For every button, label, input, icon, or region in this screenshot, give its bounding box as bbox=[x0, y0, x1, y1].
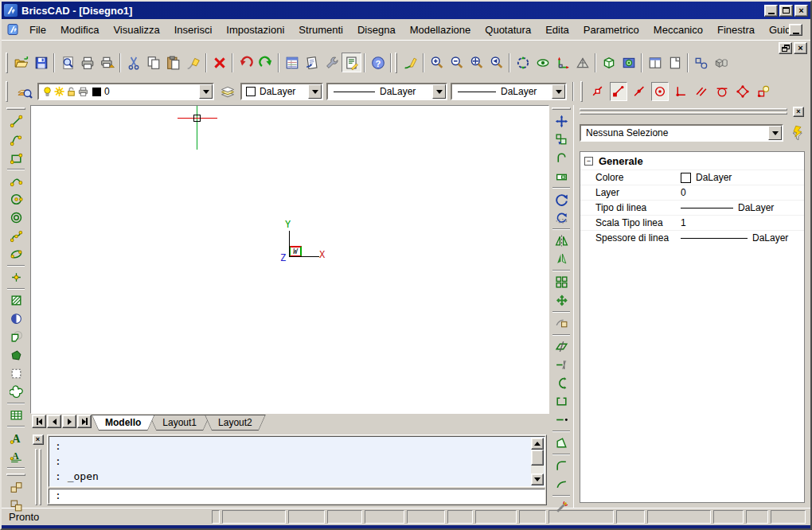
menu-item-modifica[interactable]: Modifica bbox=[53, 21, 106, 38]
snap-endpoint-button[interactable] bbox=[610, 82, 627, 101]
tab-first-button[interactable] bbox=[32, 415, 46, 428]
toolbar-grip[interactable] bbox=[580, 81, 583, 102]
status-panel[interactable] bbox=[365, 510, 404, 524]
table-button[interactable] bbox=[6, 406, 26, 424]
toolbar-grip[interactable] bbox=[395, 53, 397, 73]
titlebar[interactable]: BricsCAD - [Disegno1] × bbox=[2, 2, 810, 19]
copy-entities-button[interactable] bbox=[552, 131, 572, 149]
menu-item-strumenti[interactable]: Strumenti bbox=[291, 21, 350, 38]
scroll-up-button[interactable] bbox=[531, 438, 544, 450]
boundary-button[interactable] bbox=[6, 328, 26, 346]
color-dropdown-button[interactable] bbox=[308, 84, 322, 99]
property-row[interactable]: Colore DaLayer bbox=[580, 170, 804, 185]
lengthen-button[interactable] bbox=[552, 411, 572, 429]
tab-last-button[interactable] bbox=[77, 415, 92, 428]
break-button[interactable] bbox=[552, 374, 572, 392]
extend-button[interactable] bbox=[552, 356, 572, 374]
status-panel[interactable] bbox=[647, 510, 711, 524]
menu-item-file[interactable]: File bbox=[22, 21, 53, 38]
help-button[interactable]: ? bbox=[368, 53, 388, 72]
snap-tangent-button[interactable] bbox=[713, 82, 731, 101]
close-button[interactable]: × bbox=[794, 5, 808, 17]
status-panel[interactable] bbox=[519, 510, 546, 524]
solid-button[interactable] bbox=[6, 346, 26, 364]
selection-dropdown-button[interactable] bbox=[768, 126, 782, 140]
join-button[interactable] bbox=[552, 392, 572, 411]
menu-item-parametrico[interactable]: Parametrico bbox=[576, 21, 646, 38]
status-panel[interactable] bbox=[447, 510, 473, 524]
region-button[interactable] bbox=[6, 310, 26, 328]
mtext-button[interactable]: A bbox=[6, 447, 26, 466]
layer-dropdown-button[interactable] bbox=[199, 84, 213, 99]
look-from-button[interactable] bbox=[533, 53, 552, 72]
status-panel[interactable] bbox=[616, 510, 645, 524]
print-preview-button[interactable] bbox=[57, 53, 77, 72]
ellipse-button[interactable] bbox=[6, 245, 26, 263]
command-close-button[interactable]: × bbox=[33, 435, 44, 445]
status-panel[interactable] bbox=[222, 510, 286, 524]
status-panel[interactable] bbox=[771, 510, 806, 524]
menu-item-visualizza[interactable]: Visualizza bbox=[106, 21, 166, 38]
lineweight-dropdown-button[interactable] bbox=[552, 84, 565, 99]
delete-button[interactable] bbox=[209, 53, 229, 72]
maximize-button[interactable] bbox=[779, 5, 793, 17]
stretch-button[interactable] bbox=[552, 167, 572, 185]
toolbar-grip[interactable] bbox=[6, 53, 8, 73]
snap-insertion-button[interactable] bbox=[755, 82, 772, 101]
drawing-explorer-button[interactable] bbox=[342, 53, 361, 72]
color-combobox[interactable]: DaLayer bbox=[240, 83, 323, 100]
mdi-close-button[interactable]: × bbox=[794, 42, 807, 54]
paste-button[interactable] bbox=[163, 53, 183, 72]
line-button[interactable] bbox=[6, 112, 26, 131]
copy-button[interactable] bbox=[143, 53, 163, 72]
property-row[interactable]: Spessore di linea DaLayer bbox=[580, 230, 804, 245]
status-panel[interactable] bbox=[407, 510, 445, 524]
rectangle-button[interactable] bbox=[6, 149, 26, 167]
donut-button[interactable] bbox=[6, 208, 26, 227]
render-button[interactable] bbox=[619, 53, 638, 72]
snap-nearest-button[interactable] bbox=[589, 82, 607, 101]
drawing-canvas[interactable]: Y W X Z bbox=[30, 105, 549, 414]
scrollbar-thumb[interactable] bbox=[531, 450, 544, 466]
wipeout-button[interactable] bbox=[6, 364, 26, 383]
status-panel[interactable] bbox=[288, 510, 325, 524]
tab-next-button[interactable] bbox=[62, 415, 76, 428]
status-panel[interactable] bbox=[327, 510, 362, 524]
layer-explorer-button[interactable] bbox=[14, 82, 34, 102]
mirror-button[interactable] bbox=[552, 232, 572, 250]
perspective-button[interactable] bbox=[572, 53, 592, 72]
scroll-down-button[interactable] bbox=[531, 473, 544, 485]
zoom-in-button[interactable] bbox=[427, 53, 447, 72]
toolbar-grip[interactable] bbox=[6, 473, 25, 476]
tab-layout2[interactable]: Layout2 bbox=[205, 415, 266, 431]
text-button[interactable]: A bbox=[6, 429, 26, 447]
print-button[interactable] bbox=[77, 53, 97, 72]
revision-cloud-button[interactable] bbox=[6, 383, 26, 401]
open-button[interactable] bbox=[11, 53, 31, 72]
snap-parallel-button[interactable] bbox=[693, 82, 710, 101]
command-input[interactable]: : bbox=[49, 489, 545, 504]
command-grip[interactable] bbox=[35, 449, 41, 505]
select-entities-button[interactable] bbox=[691, 53, 711, 72]
minimize-button[interactable] bbox=[764, 5, 778, 17]
arc-button[interactable] bbox=[6, 172, 26, 190]
rotate-3d-button[interactable] bbox=[552, 208, 572, 227]
menu-item-modellazione[interactable]: Modellazione bbox=[403, 21, 478, 38]
spline-button[interactable] bbox=[6, 227, 26, 245]
status-panel[interactable] bbox=[713, 510, 744, 524]
tab-modello[interactable]: Modello bbox=[92, 415, 154, 431]
mirror-3d-button[interactable] bbox=[552, 250, 572, 268]
cut-button[interactable] bbox=[123, 53, 143, 72]
scrollbar-track[interactable] bbox=[531, 466, 544, 473]
new-window-button[interactable] bbox=[665, 53, 685, 72]
export-button[interactable] bbox=[97, 53, 117, 72]
tab-layout1[interactable]: Layout1 bbox=[149, 415, 210, 431]
zoom-previous-button[interactable] bbox=[486, 53, 506, 72]
status-panel[interactable] bbox=[475, 510, 517, 524]
command-history[interactable]: : : : _open bbox=[49, 436, 545, 487]
real-time-motion-button[interactable] bbox=[513, 53, 533, 72]
layer-combobox[interactable]: 0 bbox=[37, 83, 214, 100]
snap-center-button[interactable] bbox=[651, 82, 669, 101]
snap-midpoint-button[interactable] bbox=[630, 82, 648, 101]
solids-button[interactable] bbox=[711, 53, 731, 72]
